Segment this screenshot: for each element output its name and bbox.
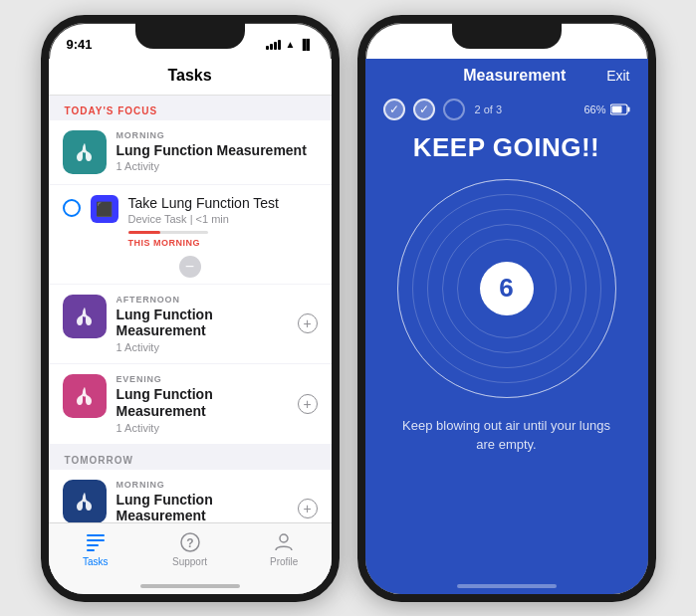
evening-add-button[interactable]: +	[298, 394, 318, 414]
morning-task-subtitle: 1 Activity	[116, 160, 318, 172]
today-focus-header: TODAY'S FOCUS	[49, 96, 332, 120]
dot-1	[383, 99, 405, 120]
rings-container: 6	[397, 179, 616, 398]
morning-task-card[interactable]: MORNING Lung Function Measurement 1 Acti…	[49, 120, 332, 184]
dot-3	[443, 99, 465, 120]
exit-button[interactable]: Exit	[606, 68, 629, 84]
battery-icon-1: ▐▌	[299, 39, 313, 50]
home-indicator-1	[140, 584, 240, 588]
afternoon-task-subtitle: 1 Activity	[116, 341, 288, 353]
tasks-phone: 9:41 ▲ ▐▌ Tasks TODAY'S FOCUS	[41, 15, 340, 602]
morning-time-label: MORNING	[116, 130, 318, 140]
notch	[135, 23, 245, 49]
measurement-content: Measurement Exit 2 of 3 66%	[365, 59, 648, 594]
afternoon-add-button[interactable]: +	[298, 313, 318, 333]
expanded-task-sub: Device Task | <1 min	[128, 213, 318, 225]
tasks-content: Tasks TODAY'S FOCUS MORNING Lung Functio…	[49, 59, 332, 594]
afternoon-task-card[interactable]: AFTERNOON Lung Function Measurement 1 Ac…	[49, 285, 332, 364]
measurement-title: Measurement	[423, 67, 607, 85]
evening-task-card[interactable]: EVENING Lung Function Measurement 1 Acti…	[49, 364, 332, 444]
keep-going-heading: KEEP GOING!!	[365, 132, 648, 163]
collapse-button[interactable]: −	[63, 256, 318, 278]
afternoon-time-label: AFTERNOON	[116, 295, 288, 305]
evening-task-subtitle: 1 Activity	[116, 422, 288, 434]
progress-dots: 2 of 3 66%	[365, 91, 648, 124]
expanded-top: ⬛ Take Lung Function Test Device Task | …	[63, 195, 318, 248]
tab-support[interactable]: ? Support	[142, 531, 237, 567]
dot-2	[413, 99, 435, 120]
tomorrow-task-icon	[63, 480, 107, 523]
task-radio[interactable]	[63, 199, 81, 217]
countdown-number: 6	[480, 262, 534, 315]
measurement-instruction: Keep blowing out air until your lungs ar…	[365, 398, 648, 455]
svg-text:?: ?	[186, 535, 193, 549]
svg-rect-9	[611, 105, 621, 112]
evening-time-label: EVENING	[116, 374, 288, 384]
morning-task-icon	[63, 130, 107, 174]
support-tab-icon: ?	[179, 531, 201, 553]
expanded-task: ⬛ Take Lung Function Test Device Task | …	[49, 185, 332, 284]
tab-tasks-label: Tasks	[83, 556, 109, 567]
time-1: 9:41	[67, 37, 93, 52]
minus-icon[interactable]: −	[179, 256, 201, 278]
wifi-icon-2: ▲	[601, 39, 611, 50]
expanded-task-title: Take Lung Function Test	[128, 195, 318, 211]
battery-status: 66%	[583, 103, 629, 115]
expanded-info: Take Lung Function Test Device Task | <1…	[128, 195, 318, 248]
morning-task-info: MORNING Lung Function Measurement 1 Acti…	[116, 130, 318, 173]
device-icon: ⬛	[91, 195, 118, 223]
profile-tab-icon	[273, 531, 295, 553]
tab-profile-label: Profile	[270, 556, 298, 567]
tab-profile[interactable]: Profile	[237, 531, 332, 567]
tab-tasks[interactable]: Tasks	[49, 531, 143, 567]
evening-task-icon	[63, 374, 107, 418]
evening-task-title: Lung Function Measurement	[116, 386, 288, 420]
progress-bar	[128, 231, 208, 234]
afternoon-task-title: Lung Function Measurement	[116, 307, 288, 340]
afternoon-task-icon	[63, 295, 107, 338]
svg-rect-1	[87, 539, 105, 541]
tab-support-label: Support	[172, 556, 207, 567]
tomorrow-task-title: Lung Function Measurement	[116, 492, 288, 525]
step-count: 2 of 3	[475, 103, 503, 115]
notch-2	[452, 23, 562, 49]
home-indicator-2	[457, 584, 557, 588]
tasks-nav-header: Tasks	[49, 59, 332, 96]
tasks-title: Tasks	[167, 67, 211, 84]
battery-icon-2: ▐▌	[615, 39, 629, 50]
tomorrow-time-label: MORNING	[116, 480, 288, 490]
tasks-body[interactable]: TODAY'S FOCUS MORNING Lung Function Meas…	[49, 96, 332, 545]
svg-rect-0	[87, 534, 105, 536]
svg-rect-8	[627, 106, 629, 111]
wifi-icon: ▲	[285, 39, 295, 50]
measurement-phone: 9:41 ▲ ▐▌ Measurement Exit	[357, 15, 656, 602]
svg-point-6	[280, 534, 288, 542]
measurement-header: Measurement Exit	[365, 59, 648, 91]
progress-fill	[128, 231, 160, 234]
tasks-tab-icon	[85, 531, 107, 553]
svg-rect-3	[87, 549, 95, 551]
svg-rect-2	[87, 544, 99, 546]
this-morning-badge: THIS MORNING	[128, 238, 318, 248]
signal-icon-2	[582, 40, 597, 50]
afternoon-task-info: AFTERNOON Lung Function Measurement 1 Ac…	[116, 295, 288, 354]
time-2: 9:41	[383, 37, 409, 52]
evening-task-info: EVENING Lung Function Measurement 1 Acti…	[116, 374, 288, 434]
morning-task-title: Lung Function Measurement	[116, 142, 318, 159]
tomorrow-add-button[interactable]: +	[298, 499, 318, 518]
status-icons-2: ▲ ▐▌	[582, 39, 629, 50]
tomorrow-header: TOMORROW	[49, 445, 332, 470]
status-icons-1: ▲ ▐▌	[266, 39, 313, 50]
signal-icon	[266, 40, 281, 50]
